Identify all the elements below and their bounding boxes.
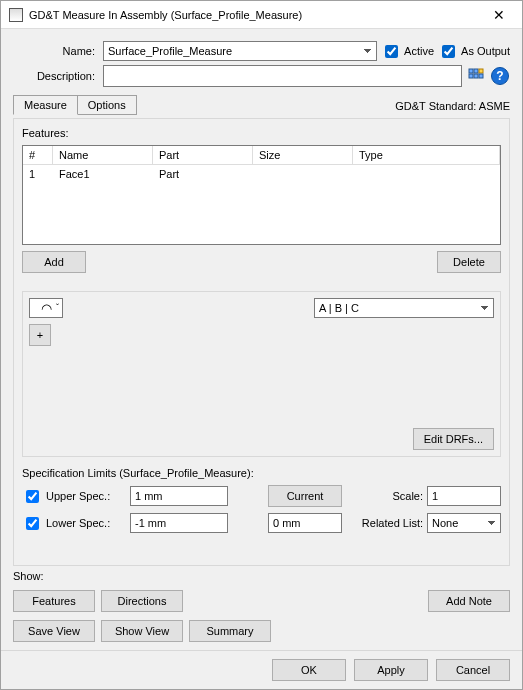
summary-button[interactable]: Summary	[189, 620, 271, 642]
tab-panel: Features: # Name Part Size Type 1 Face1 …	[13, 118, 510, 566]
lower-spec-checkbox[interactable]: Lower Spec.:	[22, 514, 122, 533]
help-button[interactable]: ?	[490, 66, 510, 86]
col-type[interactable]: Type	[353, 146, 500, 165]
show-view-button[interactable]: Show View	[101, 620, 183, 642]
as-output-check-input[interactable]	[442, 45, 455, 58]
name-combo[interactable]	[103, 41, 377, 61]
add-button[interactable]: Add	[22, 251, 86, 273]
spec-limits-label: Specification Limits (Surface_Profile_Me…	[22, 467, 501, 479]
properties-icon-button[interactable]	[466, 66, 486, 86]
help-icon: ?	[491, 67, 509, 85]
as-output-checkbox[interactable]: As Output	[438, 42, 510, 61]
active-checkbox[interactable]: Active	[381, 42, 434, 61]
window-title: GD&T Measure In Assembly (Surface_Profil…	[29, 9, 484, 21]
cell-type	[353, 165, 500, 183]
features-label: Features:	[22, 127, 501, 139]
related-list-combo[interactable]: None	[427, 513, 501, 533]
datum-combo[interactable]: A | B | C	[314, 298, 494, 318]
cell-name: Face1	[53, 165, 153, 183]
gdt-standard-text: GD&T Standard: ASME	[395, 100, 510, 115]
cancel-button[interactable]: Cancel	[436, 659, 510, 681]
col-size[interactable]: Size	[253, 146, 353, 165]
app-icon	[9, 8, 23, 22]
tab-options[interactable]: Options	[77, 95, 137, 115]
upper-spec-checkbox[interactable]: Upper Spec.:	[22, 487, 122, 506]
scale-input[interactable]	[427, 486, 501, 506]
cell-size	[253, 165, 353, 183]
scale-label: Scale:	[353, 490, 423, 502]
save-view-button[interactable]: Save View	[13, 620, 95, 642]
svg-rect-4	[474, 74, 478, 78]
active-label: Active	[404, 45, 434, 57]
svg-rect-5	[479, 74, 483, 78]
upper-spec-input[interactable]	[130, 486, 228, 506]
grid-icon	[468, 68, 484, 84]
current-value[interactable]	[268, 513, 342, 533]
col-name[interactable]: Name	[53, 146, 153, 165]
current-button[interactable]: Current	[268, 485, 342, 507]
titlebar: GD&T Measure In Assembly (Surface_Profil…	[1, 1, 522, 29]
dialog-window: GD&T Measure In Assembly (Surface_Profil…	[0, 0, 523, 690]
lower-spec-input[interactable]	[130, 513, 228, 533]
show-features-button[interactable]: Features	[13, 590, 95, 612]
cell-part: Part	[153, 165, 253, 183]
add-note-button[interactable]: Add Note	[428, 590, 510, 612]
edit-drfs-button[interactable]: Edit DRFs...	[413, 428, 494, 450]
upper-spec-check-input[interactable]	[26, 490, 39, 503]
col-num[interactable]: #	[23, 146, 53, 165]
active-check-input[interactable]	[385, 45, 398, 58]
lower-spec-label: Lower Spec.:	[46, 517, 110, 529]
ok-button[interactable]: OK	[272, 659, 346, 681]
name-label: Name:	[13, 45, 99, 57]
svg-rect-2	[479, 69, 483, 73]
description-label: Description:	[13, 70, 99, 82]
col-part[interactable]: Part	[153, 146, 253, 165]
add-tolerance-button[interactable]: +	[29, 324, 51, 346]
profile-symbol-dropdown[interactable]: ˇ	[29, 298, 63, 318]
close-button[interactable]: ✕	[484, 5, 514, 25]
svg-rect-1	[474, 69, 478, 73]
svg-rect-3	[469, 74, 473, 78]
show-directions-button[interactable]: Directions	[101, 590, 183, 612]
description-input[interactable]	[103, 65, 462, 87]
features-table[interactable]: # Name Part Size Type 1 Face1 Part	[22, 145, 501, 245]
as-output-label: As Output	[461, 45, 510, 57]
tab-measure[interactable]: Measure	[13, 95, 78, 115]
upper-spec-label: Upper Spec.:	[46, 490, 110, 502]
related-list-label: Related List:	[353, 517, 423, 529]
table-row[interactable]: 1 Face1 Part	[23, 165, 500, 183]
lower-spec-check-input[interactable]	[26, 517, 39, 530]
tolerance-group: ˇ A | B | C + Edit DRFs...	[22, 291, 501, 457]
apply-button[interactable]: Apply	[354, 659, 428, 681]
cell-num: 1	[23, 165, 53, 183]
svg-rect-0	[469, 69, 473, 73]
show-label: Show:	[13, 570, 510, 582]
dialog-footer: OK Apply Cancel	[1, 650, 522, 689]
chevron-down-icon: ˇ	[56, 302, 59, 312]
delete-button[interactable]: Delete	[437, 251, 501, 273]
